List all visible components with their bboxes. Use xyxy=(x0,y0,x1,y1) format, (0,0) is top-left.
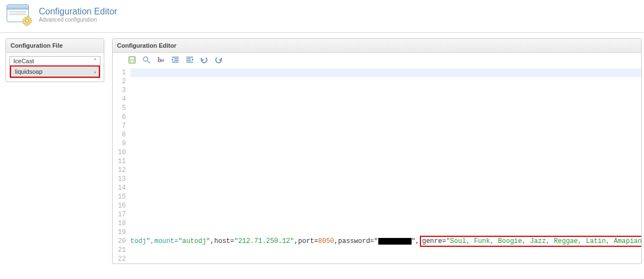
gear-icon xyxy=(21,14,33,27)
panel-title: Configuration Editor xyxy=(113,39,641,53)
chevron-down-icon[interactable]: ˅ xyxy=(91,70,99,78)
indent-left-button[interactable] xyxy=(170,55,180,65)
app-icon xyxy=(6,3,32,26)
svg-point-5 xyxy=(144,57,148,62)
file-select[interactable]: ˄ IceCast liquidsoap ˅ xyxy=(9,56,100,78)
config-file-panel: Configuration File ˄ IceCast liquidsoap … xyxy=(6,38,104,82)
redacted-password xyxy=(378,238,412,245)
page-title: Configuration Editor xyxy=(39,7,117,17)
font-button[interactable]: ba xyxy=(156,55,166,65)
file-option-icecast[interactable]: IceCast xyxy=(10,57,100,65)
svg-rect-3 xyxy=(130,57,134,59)
chevron-up-icon[interactable]: ˄ xyxy=(91,57,99,64)
editor-toolbar: ba xyxy=(113,53,641,68)
page-subtitle: Advanced configuration xyxy=(39,17,117,23)
redo-button[interactable] xyxy=(214,55,224,65)
line-gutter: 12345678910111213141516171819202122 xyxy=(113,68,130,263)
panel-title: Configuration File xyxy=(6,39,104,53)
indent-right-button[interactable] xyxy=(185,55,195,65)
header: Configuration Editor Advanced configurat… xyxy=(0,0,644,33)
code-editor[interactable]: 12345678910111213141516171819202122 todj… xyxy=(113,68,641,263)
save-button[interactable] xyxy=(127,55,137,65)
file-option-liquidsoap[interactable]: liquidsoap xyxy=(12,67,98,76)
svg-line-6 xyxy=(148,61,150,63)
svg-rect-4 xyxy=(130,60,134,63)
undo-button[interactable] xyxy=(199,55,209,65)
svg-point-1 xyxy=(26,19,29,22)
editor-panel: Configuration Editor ba 1234567891011121… xyxy=(112,38,642,264)
search-button[interactable] xyxy=(141,55,151,65)
code-body[interactable]: todj",mount="autodj",host="212.71.250.12… xyxy=(130,68,641,263)
